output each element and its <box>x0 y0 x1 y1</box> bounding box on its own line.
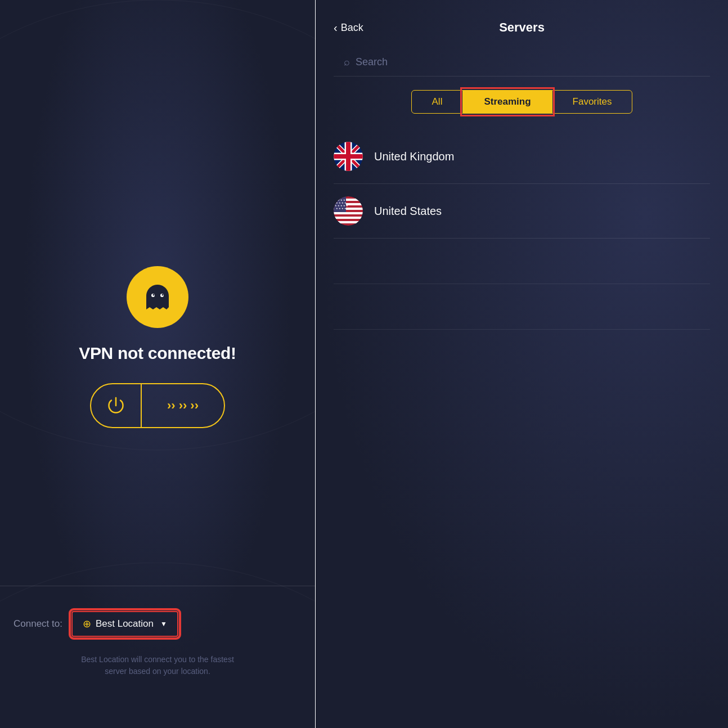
tab-favorites[interactable]: Favorites <box>552 90 633 114</box>
arrow-1: ›› <box>167 398 176 413</box>
svg-point-4 <box>153 294 155 296</box>
servers-header: ‹ Back Servers <box>316 0 728 48</box>
ghost-logo <box>127 266 188 328</box>
left-bottom: Connect to: ⊕ Best Location ▼ Best Locat… <box>0 586 315 728</box>
svg-text:★ ★ ★ ★: ★ ★ ★ ★ <box>336 207 347 210</box>
arrow-2: ›› <box>179 398 187 413</box>
back-chevron-icon: ‹ <box>334 21 338 34</box>
right-panel: ‹ Back Servers ⌕ All Streaming Favorites <box>316 0 728 728</box>
server-list: United Kingdom <box>316 129 728 728</box>
list-item-empty-1 <box>334 239 710 284</box>
filter-tabs: All Streaming Favorites <box>316 90 728 129</box>
search-icon: ⌕ <box>344 56 350 68</box>
location-pin-icon: ⊕ <box>83 618 91 630</box>
best-location-text: Best Location <box>96 618 154 630</box>
power-button[interactable] <box>91 384 142 427</box>
country-name: United States <box>374 205 442 218</box>
footer-text: Best Location will connect you to the fa… <box>14 654 302 677</box>
back-button[interactable]: ‹ Back <box>334 21 363 34</box>
country-name: United Kingdom <box>374 150 454 163</box>
list-item-empty-3 <box>334 330 710 375</box>
uk-flag <box>334 142 363 171</box>
connect-row: Connect to: ⊕ Best Location ▼ <box>14 600 302 637</box>
servers-title: Servers <box>499 20 545 35</box>
connect-to-label: Connect to: <box>14 618 62 630</box>
power-toggle[interactable]: ›› ›› ›› <box>90 383 225 428</box>
search-bar: ⌕ <box>334 48 710 77</box>
svg-rect-14 <box>334 212 363 214</box>
main-content: VPN not connected! ›› ›› ›› <box>79 266 236 428</box>
list-item[interactable]: ★ ★ ★ ★ ★ ★ ★ ★ ★ ★ ★ ★ ★ ★ ★ ★ ★ ★ Unit… <box>334 184 710 239</box>
tab-streaming[interactable]: Streaming <box>463 90 551 114</box>
caret-down-icon: ▼ <box>160 620 167 628</box>
us-flag: ★ ★ ★ ★ ★ ★ ★ ★ ★ ★ ★ ★ ★ ★ ★ ★ ★ ★ <box>334 196 363 226</box>
best-location-button[interactable]: ⊕ Best Location ▼ <box>71 611 178 637</box>
list-item[interactable]: United Kingdom <box>334 129 710 184</box>
power-icon <box>106 396 126 416</box>
svg-rect-15 <box>334 217 363 219</box>
left-panel: VPN not connected! ›› ›› ›› Connect to: … <box>0 0 315 728</box>
back-label: Back <box>341 22 363 34</box>
vpn-status-text: VPN not connected! <box>79 344 236 363</box>
arrow-3: ›› <box>190 398 199 413</box>
svg-point-5 <box>162 294 164 296</box>
ghost-icon <box>141 280 174 314</box>
list-item-empty-2 <box>334 284 710 330</box>
search-input[interactable] <box>356 56 700 68</box>
tab-all[interactable]: All <box>411 90 464 114</box>
arrows-section: ›› ›› ›› <box>142 398 224 413</box>
svg-rect-16 <box>334 221 363 223</box>
